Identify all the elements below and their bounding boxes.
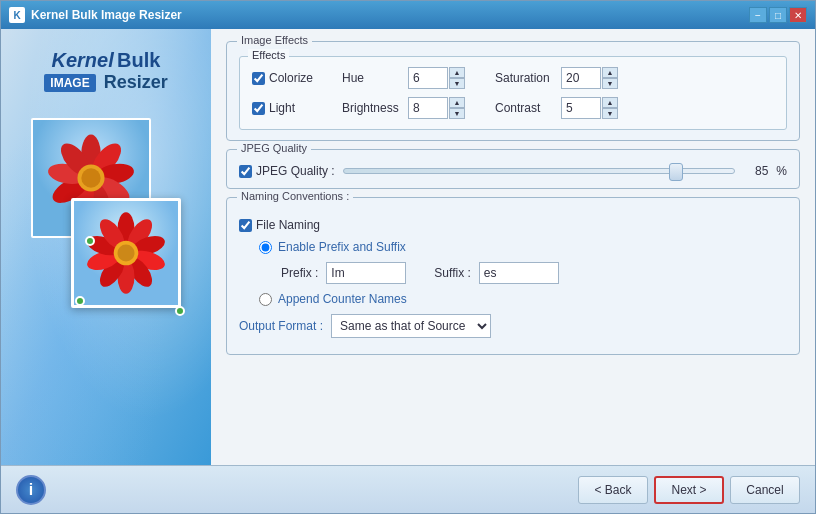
jpeg-quality-checkbox[interactable] bbox=[239, 165, 252, 178]
prefix-input[interactable]: Im bbox=[326, 262, 406, 284]
brightness-spin-down[interactable]: ▼ bbox=[449, 108, 465, 119]
logo-kernel-text: Kernel Bulk bbox=[44, 49, 167, 72]
prefix-label: Prefix : bbox=[281, 266, 318, 280]
contrast-label: Contrast bbox=[495, 101, 555, 115]
bulk-label: Bulk bbox=[117, 49, 160, 71]
hue-spin-down[interactable]: ▼ bbox=[449, 78, 465, 89]
connector-dot-2 bbox=[75, 296, 85, 306]
colorize-checkbox[interactable] bbox=[252, 72, 265, 85]
enable-prefix-suffix-radio[interactable] bbox=[259, 241, 272, 254]
logo-second-line: IMAGE Resizer bbox=[44, 72, 167, 93]
colorize-row: Colorize Hue 6 ▲ ▼ bbox=[252, 67, 774, 89]
contrast-input-wrap: 5 ▲ ▼ bbox=[561, 97, 618, 119]
file-naming-row: File Naming bbox=[239, 218, 787, 232]
title-bar: K Kernel Bulk Image Resizer − □ ✕ bbox=[1, 1, 815, 29]
window-controls: − □ ✕ bbox=[749, 7, 807, 23]
file-naming-checkbox[interactable] bbox=[239, 219, 252, 232]
window-title: Kernel Bulk Image Resizer bbox=[31, 8, 749, 22]
enable-prefix-suffix-label: Enable Prefix and Suffix bbox=[278, 240, 406, 254]
output-format-select[interactable]: Same as that of Source JPEG PNG BMP TIFF… bbox=[331, 314, 491, 338]
main-window: K Kernel Bulk Image Resizer − □ ✕ Kernel… bbox=[0, 0, 816, 514]
contrast-group: Contrast 5 ▲ ▼ bbox=[495, 97, 618, 119]
naming-conventions-title: Naming Conventions : bbox=[237, 190, 353, 202]
image-badge: IMAGE bbox=[44, 74, 95, 92]
suffix-label: Suffix : bbox=[434, 266, 470, 280]
decorative-flowers bbox=[21, 118, 191, 338]
saturation-group: Saturation 20 ▲ ▼ bbox=[495, 67, 618, 89]
brightness-spin-up[interactable]: ▲ bbox=[449, 97, 465, 108]
effects-inner-title: Effects bbox=[248, 49, 289, 61]
main-content: Image Effects Effects Colorize Hue 6 bbox=[211, 29, 815, 465]
hue-spin-up[interactable]: ▲ bbox=[449, 67, 465, 78]
hue-spin-buttons: ▲ ▼ bbox=[449, 67, 465, 89]
brightness-label: Brightness bbox=[342, 101, 402, 115]
saturation-spin-up[interactable]: ▲ bbox=[602, 67, 618, 78]
content-area: Kernel Bulk IMAGE Resizer bbox=[1, 29, 815, 465]
output-format-label: Output Format : bbox=[239, 319, 323, 333]
contrast-spin-down[interactable]: ▼ bbox=[602, 108, 618, 119]
light-checkbox[interactable] bbox=[252, 102, 265, 115]
naming-inner: File Naming Enable Prefix and Suffix Pre… bbox=[239, 212, 787, 344]
image-effects-panel: Image Effects Effects Colorize Hue 6 bbox=[226, 41, 800, 141]
suffix-input[interactable]: es bbox=[479, 262, 559, 284]
back-button[interactable]: < Back bbox=[578, 476, 648, 504]
flower-image-front bbox=[71, 198, 181, 308]
jpeg-quality-label-text: JPEG Quality : bbox=[256, 164, 335, 178]
jpeg-quality-value: 85 bbox=[743, 164, 768, 178]
minimize-button[interactable]: − bbox=[749, 7, 767, 23]
contrast-input[interactable]: 5 bbox=[561, 97, 601, 119]
jpeg-quality-checkbox-label[interactable]: JPEG Quality : bbox=[239, 164, 335, 178]
append-counter-row: Append Counter Names bbox=[259, 292, 787, 306]
naming-conventions-panel: Naming Conventions : File Naming bbox=[226, 197, 800, 355]
kernel-label: Kernel bbox=[52, 49, 114, 71]
app-icon: K bbox=[9, 7, 25, 23]
resizer-label: Resizer bbox=[104, 72, 168, 93]
colorize-label: Colorize bbox=[269, 71, 313, 85]
info-button[interactable]: i bbox=[16, 475, 46, 505]
sidebar: Kernel Bulk IMAGE Resizer bbox=[1, 29, 211, 465]
radio-group: Enable Prefix and Suffix Prefix : Im Suf… bbox=[239, 240, 787, 306]
connector-dot-1 bbox=[85, 236, 95, 246]
saturation-input-wrap: 20 ▲ ▼ bbox=[561, 67, 618, 89]
output-format-row: Output Format : Same as that of Source J… bbox=[239, 314, 787, 338]
bottom-bar: i < Back Next > Cancel bbox=[1, 465, 815, 513]
saturation-spin-buttons: ▲ ▼ bbox=[602, 67, 618, 89]
next-button[interactable]: Next > bbox=[654, 476, 724, 504]
contrast-spin-buttons: ▲ ▼ bbox=[602, 97, 618, 119]
effects-inner: Effects Colorize Hue 6 ▲ bbox=[239, 56, 787, 130]
jpeg-slider-thumb[interactable] bbox=[669, 163, 683, 181]
close-button[interactable]: ✕ bbox=[789, 7, 807, 23]
prefix-suffix-row: Prefix : Im Suffix : es bbox=[259, 262, 787, 284]
hue-group: Hue 6 ▲ ▼ bbox=[342, 67, 465, 89]
hue-input[interactable]: 6 bbox=[408, 67, 448, 89]
append-counter-label: Append Counter Names bbox=[278, 292, 407, 306]
jpeg-quality-panel: JPEG Quality JPEG Quality : 85 % bbox=[226, 149, 800, 189]
maximize-button[interactable]: □ bbox=[769, 7, 787, 23]
saturation-label: Saturation bbox=[495, 71, 555, 85]
light-label: Light bbox=[269, 101, 295, 115]
light-checkbox-label[interactable]: Light bbox=[252, 101, 332, 115]
append-counter-radio[interactable] bbox=[259, 293, 272, 306]
brightness-group: Brightness 8 ▲ ▼ bbox=[342, 97, 465, 119]
jpeg-slider-track[interactable] bbox=[343, 168, 736, 174]
file-naming-label: File Naming bbox=[256, 218, 320, 232]
contrast-spin-up[interactable]: ▲ bbox=[602, 97, 618, 108]
svg-point-25 bbox=[117, 244, 134, 261]
logo-area: Kernel Bulk IMAGE Resizer bbox=[44, 49, 167, 93]
jpeg-row: JPEG Quality : 85 % bbox=[239, 160, 787, 178]
cancel-button[interactable]: Cancel bbox=[730, 476, 800, 504]
connector-dot-3 bbox=[175, 306, 185, 316]
saturation-spin-down[interactable]: ▼ bbox=[602, 78, 618, 89]
jpeg-quality-pct: % bbox=[776, 164, 787, 178]
light-row: Light Brightness 8 ▲ ▼ bbox=[252, 97, 774, 119]
saturation-input[interactable]: 20 bbox=[561, 67, 601, 89]
colorize-checkbox-label[interactable]: Colorize bbox=[252, 71, 332, 85]
hue-input-wrap: 6 ▲ ▼ bbox=[408, 67, 465, 89]
image-effects-title: Image Effects bbox=[237, 34, 312, 46]
enable-prefix-suffix-row: Enable Prefix and Suffix bbox=[259, 240, 787, 254]
brightness-input-wrap: 8 ▲ ▼ bbox=[408, 97, 465, 119]
nav-buttons: < Back Next > Cancel bbox=[578, 476, 800, 504]
file-naming-checkbox-label[interactable]: File Naming bbox=[239, 218, 320, 232]
brightness-spin-buttons: ▲ ▼ bbox=[449, 97, 465, 119]
brightness-input[interactable]: 8 bbox=[408, 97, 448, 119]
